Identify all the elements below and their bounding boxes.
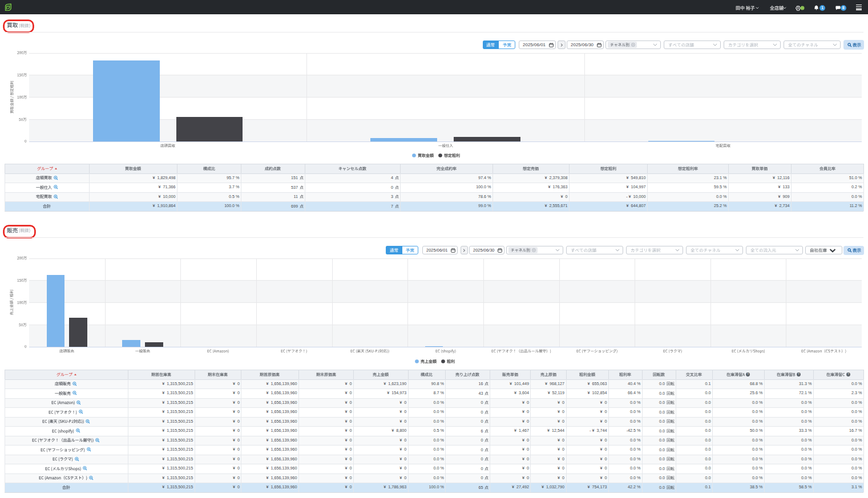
svg-text:?: ?	[798, 373, 800, 376]
svg-text:?: ?	[847, 373, 849, 376]
svg-text:?: ?	[747, 373, 749, 376]
